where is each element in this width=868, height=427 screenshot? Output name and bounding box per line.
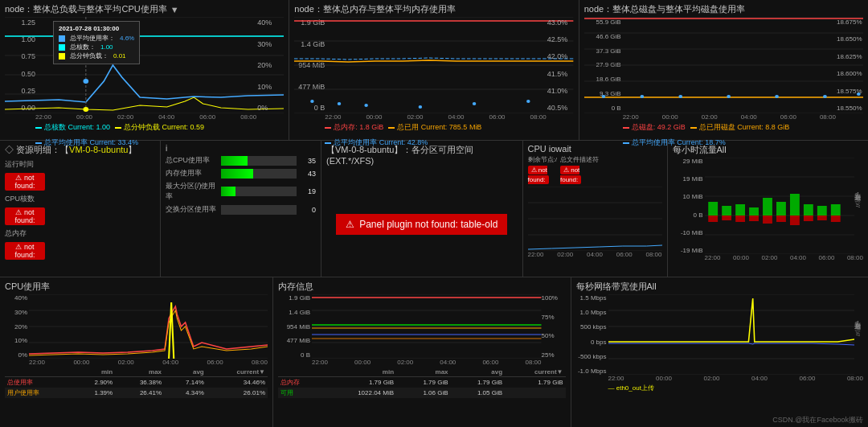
watermark: CSDN.@我在Facebook搬砖: [772, 415, 863, 425]
svg-rect-49: [749, 207, 759, 216]
network-title: 每秒网络带宽使用All: [576, 281, 864, 293]
top-row: node：整体总负载与整体平均CPU使用率 ▼ 1.251.000.750.50…: [0, 0, 868, 141]
svg-point-30: [678, 95, 682, 98]
tooltip-row3: 总分钟负载：0.01: [59, 51, 134, 60]
chart1-tooltip: 2021-07-28 01:30:00 总平均使用率：4.6% 总核数：1.00…: [53, 21, 140, 64]
metric-cpu-label: CPU核数: [5, 194, 155, 204]
panel3-title-text: node：整体总磁盘与整体平均磁盘使用率: [584, 3, 745, 15]
traffic-y-axis-label: 上行/下行（/字节）: [854, 158, 863, 254]
svg-point-18: [419, 105, 422, 109]
alert-iowait1: ⚠ notfound:: [528, 166, 549, 184]
svg-rect-55: [830, 204, 840, 216]
table-row: 可用 1022.04 MiB 1.06 GiB 1.05 GiB: [278, 388, 566, 398]
table-row: 总使用率 2.90% 36.38% 7.14% 34.46%: [5, 377, 268, 388]
memory-overview-panel: node：整体总内存与整体平均内存使用率 1.9 GiB1.4 GiB954 M…: [289, 0, 579, 140]
traffic-y-labels: 29 MiB19 MiB10 MiB0 B-10 MiB-19 MiB: [673, 158, 705, 254]
svg-point-19: [473, 102, 476, 105]
svg-point-32: [775, 95, 779, 98]
svg-rect-59: [749, 216, 759, 221]
panel1-x-labels: 22:0000:0002:0004:0006:0008:00: [35, 113, 256, 121]
plugin-error-msg: ⚠ Panel plugin not found: table-old: [336, 214, 507, 235]
svg-point-28: [601, 95, 605, 98]
svg-rect-47: [722, 206, 731, 216]
svg-rect-52: [789, 194, 799, 216]
metric-mem-label: 总内存: [5, 228, 155, 239]
alert-iowait2: ⚠ notfound:: [560, 166, 581, 184]
svg-rect-60: [763, 216, 772, 224]
svg-point-16: [338, 102, 341, 105]
svg-rect-53: [803, 204, 813, 216]
svg-rect-64: [817, 216, 826, 220]
panel1-chart: [5, 17, 284, 113]
alert-cpu: ⚠ notfound:: [5, 207, 45, 225]
network-chart: [608, 294, 855, 375]
disk-usage-bar: 最大分区(/)使用率 19: [166, 181, 316, 202]
metric-runtime-label: 运行时间: [5, 159, 155, 170]
svg-rect-63: [803, 216, 813, 221]
mem-detail-y-labels: 1.9 GiB1.4 GiB954 MiB477 MiB0 B: [278, 294, 312, 359]
panel3-title: node：整体总磁盘与整体平均磁盘使用率: [584, 3, 863, 15]
iowait-x-labels: 22:0002:0004:0006:0008:00: [528, 251, 662, 258]
svg-rect-50: [763, 198, 772, 216]
cpu-detail-x-labels: 22:0000:0002:0004:0006:0008:00: [29, 359, 268, 366]
metric-runtime: ⚠ notfound:: [5, 173, 155, 191]
panel3-x-labels: 22:0000:0002:0004:0006:0008:00: [623, 113, 836, 121]
tooltip-row2: 总核数：1.00: [59, 43, 134, 51]
panel2-title-text: node：整体总内存与整体平均内存使用率: [294, 3, 455, 15]
svg-point-31: [727, 95, 731, 98]
svg-rect-65: [830, 216, 840, 222]
mem-detail-title: 内存信息: [278, 281, 566, 293]
svg-point-33: [823, 95, 827, 98]
svg-rect-61: [776, 216, 786, 222]
network-y-labels: 1.5 Mbps1.0 Mbps500 kbps0 bps-500 kbps-1…: [576, 294, 608, 375]
tooltip-row1: 总平均使用率：4.6%: [59, 34, 134, 43]
svg-point-29: [640, 95, 644, 98]
mem-table: min max avg current▼ 总内存 1.79 GiB 1.79 G…: [278, 367, 566, 398]
disk-overview-panel: node：整体总磁盘与整体平均磁盘使用率 55.9 GiB46.6 GiB37.…: [579, 0, 868, 140]
mem-detail-x-labels: 22:0000:0002:0004:0006:0008:00: [312, 359, 542, 366]
dashboard: node：整体总负载与整体平均CPU使用率 ▼ 1.251.000.750.50…: [0, 0, 868, 427]
panel2-x-labels: 22:0000:0002:0004:0006:0008:00: [325, 113, 546, 121]
cpu-detail-chart: [29, 294, 268, 359]
cpu-table: min max avg current▼ 总使用率 2.90% 36.38% 7…: [5, 367, 268, 398]
svg-point-17: [365, 104, 368, 107]
mem-usage-bar: 内存使用率 43: [166, 168, 316, 179]
svg-rect-56: [708, 216, 718, 222]
iowait-chart: [528, 187, 662, 251]
cpu-detail-panel: CPU使用率 40%30%20%10%0%: [0, 277, 273, 427]
panel3-chart: [584, 17, 863, 113]
network-legend: — eth0_out上传: [608, 384, 864, 392]
panel2-legend: 总内存: 1.8 GiB 总已用 Current: 785.5 MiB 总平均使…: [325, 122, 573, 148]
svg-point-20: [526, 100, 530, 103]
metric-cpu: ⚠ notfound:: [5, 207, 155, 225]
table-row: 总内存 1.79 GiB 1.79 GiB 1.79 GiB 1.79 GiB: [278, 377, 566, 388]
panel1-legend: 总核数 Current: 1.00 总分钟负载 Current: 0.59 总平…: [35, 122, 284, 148]
bottom-row: CPU使用率 40%30%20%10%0%: [0, 277, 868, 427]
panel1-dropdown-arrow[interactable]: ▼: [170, 5, 179, 14]
mem-detail-right-axis: 100%75%50%25%: [542, 294, 566, 359]
mem-detail-chart: [312, 294, 542, 359]
svg-rect-62: [789, 216, 799, 225]
memory-detail-panel: 内存信息 1.9 GiB1.4 GiB954 MiB477 MiB0 B: [273, 277, 571, 427]
cpu-detail-title: CPU使用率: [5, 281, 268, 293]
svg-rect-48: [735, 204, 745, 216]
swap-usage-bar: 交换分区使用率 0: [166, 204, 316, 215]
network-x-labels: 22:0000:0002:0004:0006:0008:00: [608, 375, 864, 382]
panel1-title-text: node：整体总负载与整体平均CPU使用率: [5, 3, 167, 15]
cpu-detail-y-labels: 40%30%20%10%0%: [5, 294, 29, 359]
panel2-title: node：整体总内存与整体平均内存使用率: [294, 3, 573, 15]
cpu-overview-panel: node：整体总负载与整体平均CPU使用率 ▼ 1.251.000.750.50…: [0, 0, 289, 140]
network-detail-panel: 每秒网络带宽使用All 1.5 Mbps1.0 Mbps500 kbps0 bp…: [571, 277, 869, 427]
svg-rect-46: [708, 202, 718, 216]
resource-label-panel: ◇ 资源明细：【VM-0-8-ubuntu】 运行时间 ⚠ notfound: …: [0, 141, 161, 277]
metric-mem: ⚠ notfound:: [5, 242, 155, 260]
panel2-chart: [294, 17, 573, 113]
alert-mem: ⚠ notfound:: [5, 242, 45, 260]
alert-runtime: ⚠ notfound:: [5, 173, 45, 191]
svg-rect-51: [776, 202, 786, 216]
traffic-chart: [705, 158, 855, 254]
panel1-title[interactable]: node：整体总负载与整体平均CPU使用率 ▼: [5, 3, 284, 15]
traffic-panel: 每小时流量All 29 MiB19 MiB10 MiB0 B-10 MiB-19…: [668, 141, 869, 277]
svg-point-7: [83, 79, 88, 84]
middle-row: ◇ 资源明细：【VM-0-8-ubuntu】 运行时间 ⚠ notfound: …: [0, 141, 868, 277]
